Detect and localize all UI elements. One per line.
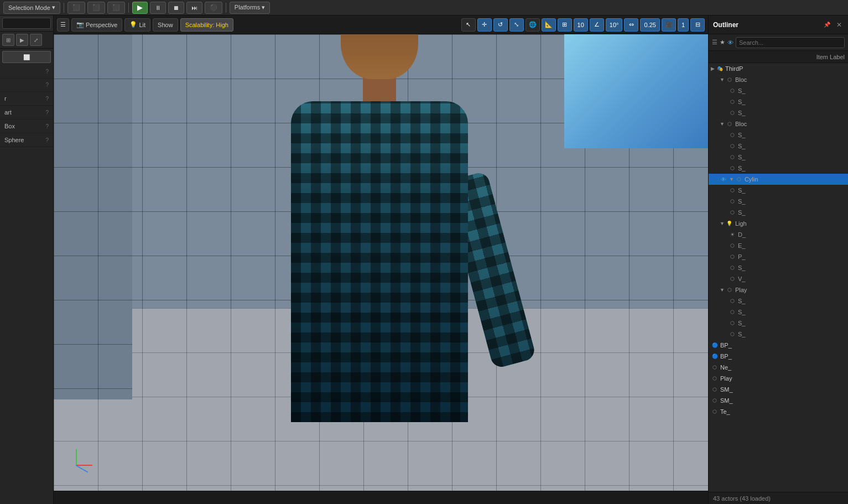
viewport-menu-btn[interactable]: ☰ <box>57 18 69 32</box>
help-icon-6[interactable]: ? <box>45 137 49 143</box>
show-btn[interactable]: Show <box>153 18 178 32</box>
translate-icon-btn[interactable]: ✛ <box>477 18 492 32</box>
left-wall <box>54 34 132 399</box>
tree-item-e[interactable]: ⬡ E_ <box>709 240 848 251</box>
tree-item-new[interactable]: ⬡ Ne_ <box>709 362 848 373</box>
tree-item-s10[interactable]: ⬡ S_ <box>709 207 848 218</box>
selection-mode-label: Selection Mode <box>8 4 50 11</box>
skip-button[interactable]: ⏭ <box>186 2 202 14</box>
cursor-icon-btn[interactable]: ↖ <box>461 18 476 32</box>
main-toolbar: Selection Mode ▾ ⬛ ⬛ ⬛ ▶ ⏸ ⏹ ⏭ ⚫ Platfor… <box>0 0 848 15</box>
tree-item-s15[interactable]: ⬡ S_ <box>709 329 848 340</box>
tree-item-d[interactable]: ☀ D_ <box>709 229 848 240</box>
tree-item-ligh[interactable]: ▼ 💡 Ligh <box>709 218 848 229</box>
surface-icon-btn[interactable]: 📐 <box>542 18 556 32</box>
platforms-btn[interactable]: Platforms ▾ <box>230 2 270 14</box>
left-item-sphere[interactable]: Sphere ? <box>0 133 53 147</box>
left-search-input[interactable] <box>2 18 51 29</box>
camera-speed-btn[interactable]: 1 <box>678 18 689 32</box>
tree-item-p[interactable]: ⬡ P_ <box>709 251 848 262</box>
tree-item-sm2[interactable]: ⬡ SM_ <box>709 395 848 406</box>
tree-item-s9[interactable]: ⬡ S_ <box>709 196 848 207</box>
lit-btn[interactable]: 💡 Lit <box>124 18 150 32</box>
left-item-empty-1[interactable]: ? <box>0 65 53 79</box>
tree-item-s13[interactable]: ⬡ S_ <box>709 306 848 318</box>
tree-item-v[interactable]: ⬡ V_ <box>709 273 848 284</box>
scale-snap-btn[interactable]: 0.25 <box>640 18 659 32</box>
tree-label: S_ <box>738 331 745 337</box>
tree-item-s1[interactable]: ⬡ S_ <box>709 85 848 96</box>
tree-item-s4[interactable]: ⬡ S_ <box>709 129 848 141</box>
help-icon-5[interactable]: ? <box>45 123 49 129</box>
outliner-tree[interactable]: ▶ 🎭 ThirdP ▼ ⬡ Bloc ⬡ S_ ⬡ S_ ⬡ S_ <box>709 63 848 492</box>
tree-label: S_ <box>738 110 745 116</box>
grid-size-btn[interactable]: 10 <box>574 18 588 32</box>
viewport-3d[interactable] <box>54 34 708 491</box>
grid-icon-btn[interactable]: ⊞ <box>558 18 572 32</box>
scale-icon-btn2[interactable]: ⇔ <box>624 18 638 32</box>
tree-label: S_ <box>738 320 745 326</box>
visibility-icon[interactable]: 👁 <box>727 39 733 46</box>
outliner-title: Outliner <box>713 21 819 29</box>
stop-button[interactable]: ⏹ <box>168 2 184 14</box>
angle-icon-btn[interactable]: ∠ <box>590 18 604 32</box>
left-item-box[interactable]: Box ? <box>0 119 53 133</box>
gizmo-z-axis <box>76 465 89 472</box>
outliner-search-input[interactable] <box>736 37 845 48</box>
left-icon-3[interactable]: ⤢ <box>30 34 42 46</box>
toolbar-sep-3 <box>226 3 226 13</box>
camera-speed-icon-btn[interactable]: 🎥 <box>662 18 676 32</box>
left-item-empty-2[interactable]: ? <box>0 79 53 92</box>
tree-item-s7[interactable]: ⬡ S_ <box>709 163 848 174</box>
tree-item-s5[interactable]: ⬡ S_ <box>709 141 848 152</box>
play-button[interactable]: ▶ <box>132 2 148 14</box>
tree-item-s14[interactable]: ⬡ S_ <box>709 318 848 329</box>
tree-item-play-folder[interactable]: ▼ ⬡ Play <box>709 284 848 295</box>
mesh-icon: ⬡ <box>729 153 736 161</box>
toolbar-icon-btn-3[interactable]: ⬛ <box>107 2 125 14</box>
rotate-icon-btn[interactable]: ↺ <box>493 18 508 32</box>
help-icon-3[interactable]: ? <box>45 96 49 102</box>
tree-item-thirdp[interactable]: ▶ 🎭 ThirdP <box>709 63 848 74</box>
tree-item-sm1[interactable]: ⬡ SM_ <box>709 384 848 395</box>
outliner-close-btn[interactable]: ✕ <box>835 20 844 29</box>
tree-item-s2[interactable]: ⬡ S_ <box>709 96 848 107</box>
pause-button[interactable]: ⏸ <box>150 2 166 14</box>
camera-perspective-btn[interactable]: 📷 Perspective <box>71 18 122 32</box>
outliner-column-header: Item Label <box>709 51 848 63</box>
folder-arrow-icon: ▼ <box>729 176 734 182</box>
star-icon[interactable]: ★ <box>720 39 725 46</box>
tree-item-bp1[interactable]: 🔵 BP_ <box>709 340 848 351</box>
scale-icon-btn[interactable]: ⤡ <box>509 18 524 32</box>
help-icon-4[interactable]: ? <box>45 110 49 116</box>
layout-icon-btn[interactable]: ⊟ <box>690 18 705 32</box>
tree-item-s3[interactable]: ⬡ S_ <box>709 107 848 118</box>
world-icon-btn[interactable]: 🌐 <box>526 18 540 32</box>
tree-item-bloc2[interactable]: ▼ ⬡ Bloc <box>709 118 848 129</box>
visibility-toggle-icon[interactable]: 👁 <box>720 175 727 183</box>
tree-item-s12[interactable]: ⬡ S_ <box>709 295 848 306</box>
left-item-r[interactable]: r ? <box>0 92 53 106</box>
tree-item-bp2[interactable]: 🔵 BP_ <box>709 351 848 362</box>
help-icon-1[interactable]: ? <box>45 69 49 75</box>
filter-icon[interactable]: ☰ <box>712 39 717 46</box>
toolbar-icon-btn-2[interactable]: ⬛ <box>87 2 105 14</box>
left-icon-2[interactable]: ▶ <box>16 34 28 46</box>
left-icon-1[interactable]: ⊞ <box>2 34 14 46</box>
tree-item-s6[interactable]: ⬡ S_ <box>709 152 848 163</box>
outliner-pin-btn[interactable]: 📌 <box>823 20 831 29</box>
tree-item-s8[interactable]: ⬡ S_ <box>709 185 848 196</box>
toolbar-icon-btn-1[interactable]: ⬛ <box>67 2 85 14</box>
angle-snap-btn[interactable]: 10° <box>606 18 623 32</box>
help-icon-2[interactable]: ? <box>45 82 49 88</box>
left-icon-4[interactable]: ⬜ <box>2 51 51 63</box>
tree-item-cylin[interactable]: 👁 ▼ ⬡ Cylin <box>709 174 848 185</box>
record-button[interactable]: ⚫ <box>205 2 222 14</box>
tree-item-play-actor[interactable]: ⬡ Play <box>709 373 848 384</box>
selection-mode-btn[interactable]: Selection Mode ▾ <box>3 2 60 14</box>
tree-item-bloc1[interactable]: ▼ ⬡ Bloc <box>709 74 848 85</box>
tree-item-s11[interactable]: ⬡ S_ <box>709 262 848 273</box>
mesh-icon: ⬡ <box>726 286 733 294</box>
tree-item-tex[interactable]: ⬡ Te_ <box>709 406 848 417</box>
left-item-art[interactable]: art ? <box>0 106 53 119</box>
